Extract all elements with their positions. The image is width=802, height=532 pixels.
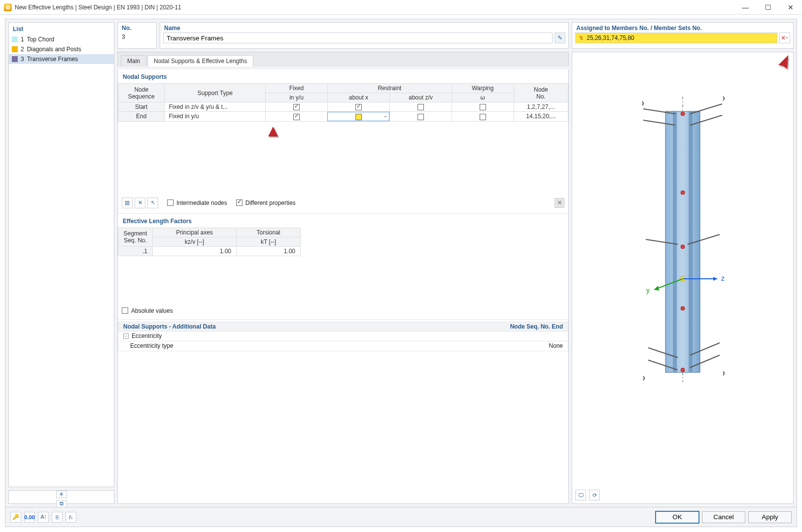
col-fixed: Fixed: [266, 84, 328, 93]
checkbox-icon: [355, 104, 362, 110]
list-header: List: [9, 23, 114, 34]
checkbox-icon: [167, 200, 174, 206]
preview-display-button[interactable]: 🖵: [575, 490, 586, 500]
members-icon: ↯: [579, 34, 584, 41]
member-preview[interactable]: z y 🖵 ⟳: [572, 52, 794, 504]
col-restraint: Restraint: [327, 84, 452, 93]
apply-button[interactable]: Apply: [748, 511, 792, 523]
table-row[interactable]: End Fixed in y/u 14,15,20,...: [118, 112, 568, 121]
section-close-button[interactable]: ✕: [555, 198, 564, 208]
units-button[interactable]: 0.00: [24, 512, 35, 523]
checkbox-icon: [418, 114, 424, 120]
list-panel: List 1 Top Chord 2 Diagonals and Posts 3…: [8, 22, 114, 487]
eff-len-header: Effective Length Factors: [118, 216, 568, 228]
no-label: No.: [118, 23, 156, 33]
no-value: 3: [118, 33, 156, 42]
arrow-annotation-icon: [266, 127, 280, 166]
new-item-button[interactable]: ✳: [56, 491, 67, 498]
svg-rect-2: [673, 111, 677, 372]
cancel-button[interactable]: Cancel: [702, 511, 745, 523]
beam-icon: z y: [619, 82, 747, 397]
support-icon-button-1[interactable]: ▥: [122, 198, 133, 208]
col-node-sequence: NodeSequence: [118, 84, 165, 102]
svg-point-4: [681, 112, 685, 116]
duplicate-button[interactable]: ⧉: [56, 500, 67, 507]
list-toolbar: ✳ ⧉ ✓✓ ✓≡ ✕: [8, 490, 114, 504]
checkbox-icon: [480, 114, 486, 120]
validate-button[interactable]: ⎘: [52, 512, 63, 523]
arrow-annotation-icon: [765, 55, 789, 104]
addl-header: Nodal Supports - Additional Data Node Se…: [118, 322, 568, 332]
svg-point-8: [681, 368, 685, 372]
ok-button[interactable]: OK: [656, 511, 699, 523]
table-row[interactable]: .1 1.00 1.00: [118, 246, 569, 256]
tab-bar: Main Nodal Supports & Effective Lengths: [117, 52, 569, 66]
checkbox-icon: [236, 200, 243, 206]
title-bar: New Effective Lengths | Steel Design | E…: [0, 0, 802, 15]
svg-point-7: [681, 306, 685, 310]
help-button[interactable]: 🔑: [10, 512, 21, 523]
different-properties-checkbox[interactable]: Different properties: [236, 200, 296, 206]
bottom-toolbar: 🔑 0.00 A⁝ ⎘ fₓ OK Cancel Apply: [5, 507, 797, 527]
preview-options-button[interactable]: ⟳: [589, 490, 600, 500]
window-close-button[interactable]: ✕: [779, 0, 802, 14]
col-support-type: Support Type: [165, 84, 266, 102]
checkbox-icon: [418, 104, 424, 110]
eccentricity-type-row[interactable]: Eccentricity type None: [118, 341, 568, 351]
absolute-values-checkbox[interactable]: Absolute values: [122, 307, 173, 314]
eccentricity-row[interactable]: − Eccentricity: [118, 332, 568, 341]
checkbox-icon: [293, 114, 300, 120]
window-title: New Effective Lengths | Steel Design | E…: [15, 4, 734, 11]
checkbox-icon: [355, 114, 362, 120]
svg-marker-11: [713, 277, 717, 281]
support-icon-button-3[interactable]: ↖: [147, 198, 158, 208]
window-minimize-button[interactable]: —: [734, 0, 757, 14]
nodal-supports-table[interactable]: NodeSequence Support Type Fixed Restrain…: [118, 83, 568, 122]
tab-nodal-supports[interactable]: Nodal Supports & Effective Lengths: [147, 55, 253, 66]
text-edit-button[interactable]: A⁝: [38, 512, 49, 523]
restraint-x-end-cell[interactable]: [327, 112, 389, 121]
name-input[interactable]: [163, 33, 553, 43]
checkbox-icon: [122, 307, 128, 314]
color-swatch-icon: [12, 36, 18, 42]
assigned-label: Assigned to Members No. / Member Sets No…: [572, 23, 793, 33]
list-item-top-chord[interactable]: 1 Top Chord: [9, 34, 114, 44]
tab-main[interactable]: Main: [121, 55, 146, 66]
color-swatch-icon: [12, 56, 18, 62]
nodal-supports-header: Nodal Supports: [118, 71, 568, 83]
pick-in-view-button[interactable]: ✕↖: [779, 33, 790, 43]
no-panel: No. 3: [117, 22, 157, 49]
name-panel: Name ✎: [160, 22, 569, 49]
col-node-no: NodeNo.: [514, 84, 568, 102]
comment-button[interactable]: ✎: [555, 33, 565, 43]
collapse-icon[interactable]: −: [123, 333, 129, 339]
assigned-panel: Assigned to Members No. / Member Sets No…: [572, 22, 794, 49]
window-maximize-button[interactable]: ☐: [757, 0, 779, 14]
list-item-transverse-frames[interactable]: 3 Transverse Frames: [9, 54, 114, 64]
color-swatch-icon: [12, 46, 18, 52]
dialog-body: List 1 Top Chord 2 Diagonals and Posts 3…: [5, 19, 797, 527]
svg-rect-3: [689, 111, 693, 372]
checkbox-icon: [480, 104, 486, 110]
name-label: Name: [160, 23, 568, 33]
checkbox-icon: [293, 104, 300, 110]
svg-point-5: [681, 191, 685, 195]
svg-text:y: y: [646, 286, 650, 294]
app-icon: [4, 3, 12, 11]
intermediate-nodes-checkbox[interactable]: Intermediate nodes: [167, 200, 227, 206]
eff-len-table[interactable]: SegmentSeq. No. Principal axes Torsional…: [118, 228, 568, 256]
assigned-input[interactable]: ↯ 25,26,31,74,75,80: [575, 33, 777, 43]
list-item-diagonals[interactable]: 2 Diagonals and Posts: [9, 44, 114, 54]
table-row[interactable]: Start Fixed in z/v & y/u & t... 1,2,7,27…: [118, 102, 568, 112]
svg-point-6: [681, 245, 685, 249]
svg-text:z: z: [721, 274, 725, 282]
function-button[interactable]: fₓ: [66, 512, 76, 523]
support-icon-button-2[interactable]: ✕: [135, 198, 145, 208]
col-warping: Warping: [452, 84, 514, 93]
